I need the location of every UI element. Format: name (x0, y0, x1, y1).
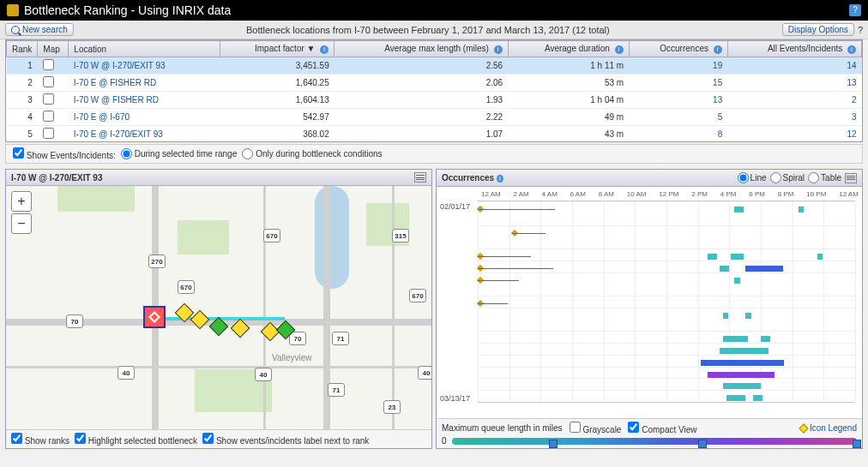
chart-row (478, 331, 855, 343)
x-tick: 12 PM (659, 190, 678, 198)
menu-icon[interactable] (845, 173, 857, 183)
col-impact[interactable]: Impact factor ▼ i (220, 41, 335, 57)
x-tick: 4 AM (542, 190, 558, 198)
occurrence-block[interactable] (753, 395, 763, 401)
table-row[interactable]: 3 I-70 W @ FISHER RD1,604.13 1.931 h 04 … (7, 92, 862, 109)
col-map[interactable]: Map (38, 41, 69, 57)
zoom-out-button[interactable]: − (11, 213, 32, 234)
col-avg-len[interactable]: Average max length (miles) i (335, 41, 508, 57)
view-table-radio[interactable]: Table (808, 172, 841, 183)
show-events-checkbox[interactable]: Show Events/Incidents: (13, 147, 116, 160)
chart-row (478, 225, 855, 237)
route-shield: 70 (66, 314, 83, 328)
event-line (512, 233, 546, 234)
chart-row (478, 308, 855, 320)
zoom-in-button[interactable]: + (11, 191, 32, 212)
show-labels-checkbox[interactable]: Show events/incidents label next to rank (202, 433, 369, 446)
x-tick: 12 AM (481, 190, 501, 198)
chart-row (478, 343, 855, 355)
col-occ[interactable]: Occurrences i (629, 41, 727, 57)
occurrence-block[interactable] (723, 383, 761, 389)
occurrence-block[interactable] (720, 266, 729, 272)
page-title: Bottleneck Ranking - Using INRIX data (24, 3, 231, 17)
occurrence-block[interactable] (726, 395, 745, 401)
occurrence-block[interactable] (723, 336, 748, 342)
x-tick: 8 AM (599, 190, 614, 198)
occurrence-block[interactable] (731, 254, 744, 260)
chart-row (478, 378, 855, 390)
occurrence-block[interactable] (708, 372, 775, 378)
table-row[interactable]: 4 I-70 E @ I-670542.97 2.2249 m 53 (7, 109, 862, 126)
table-row[interactable]: 1 I-70 W @ I-270/EXIT 933,451.59 2.561 h… (7, 57, 862, 75)
icon-legend-link[interactable]: Icon Legend (800, 423, 857, 433)
table-row[interactable]: 5 I-70 E @ I-270/EXIT 93368.02 1.0743 m … (7, 126, 862, 143)
occurrence-block[interactable] (761, 336, 770, 342)
color-scale[interactable]: 2 5 8 (452, 438, 857, 445)
map-checkbox[interactable] (43, 76, 54, 87)
grayscale-checkbox[interactable]: Grayscale (570, 422, 622, 434)
route-shield: 40 (418, 366, 431, 380)
map-checkbox[interactable] (43, 128, 54, 139)
occurrences-chart[interactable]: 12 AM2 AM4 AM6 AM8 AM10 AM12 PM2 PM4 PM6… (437, 187, 862, 418)
display-options-button[interactable]: Display Options (782, 23, 854, 36)
route-shield: 71 (332, 332, 349, 345)
chart-row (478, 272, 855, 284)
map-checkbox[interactable] (43, 59, 54, 70)
occurrence-block[interactable] (701, 360, 784, 366)
toolbar: New search Bottleneck locations from I-7… (0, 21, 868, 39)
chart-row (478, 390, 855, 402)
route-shield: 270 (148, 254, 166, 268)
occurrence-block[interactable] (723, 313, 728, 319)
show-ranks-checkbox[interactable]: Show ranks (11, 433, 69, 446)
map[interactable]: + − (6, 186, 431, 429)
chart-footer: Maximum queue length in miles Grayscale … (437, 418, 862, 448)
col-rank[interactable]: Rank (7, 41, 38, 57)
event-line (478, 209, 555, 210)
chart-row (478, 260, 855, 272)
col-location[interactable]: Location (69, 41, 220, 57)
info-icon[interactable]: ? (858, 25, 863, 35)
compact-checkbox[interactable]: Compact View (628, 422, 696, 434)
map-title: I-70 W @ I-270/EXIT 93 (11, 173, 102, 183)
occurrence-block[interactable] (734, 207, 744, 213)
new-search-button[interactable]: New search (5, 23, 74, 36)
col-avg-dur[interactable]: Average duration i (508, 41, 629, 57)
bottleneck-table[interactable]: Rank Map Location Impact factor ▼ i Aver… (5, 39, 863, 142)
occurrence-block[interactable] (734, 278, 740, 284)
occurrence-block[interactable] (708, 254, 717, 260)
col-events[interactable]: All Events/Incidents i (727, 41, 861, 57)
view-spiral-radio[interactable]: Spiral (770, 172, 805, 183)
map-checkbox[interactable] (43, 111, 54, 122)
x-tick: 2 AM (514, 190, 529, 198)
occurrence-block[interactable] (817, 254, 823, 260)
event-line (478, 268, 553, 269)
search-icon (11, 26, 20, 34)
route-shield: 670 (178, 280, 195, 294)
x-tick: 6 PM (749, 190, 765, 198)
radio-during-range[interactable]: During selected time range (121, 148, 238, 159)
occurrence-block[interactable] (799, 207, 804, 213)
radio-only-bottleneck[interactable]: Only during bottleneck conditions (242, 148, 382, 159)
route-shield: 70 (289, 332, 306, 345)
route-shield: 40 (255, 368, 272, 381)
occurrences-panel: Occurrences i Line Spiral Table 12 AM2 A… (436, 169, 863, 449)
occurrence-block[interactable] (720, 348, 769, 354)
x-tick: 6 AM (570, 190, 586, 198)
chart-row (478, 201, 855, 213)
route-shield: 40 (118, 366, 135, 380)
table-row[interactable]: 2 I-70 E @ FISHER RD1,640.25 2.0653 m 15… (7, 75, 862, 92)
menu-icon[interactable] (414, 172, 426, 183)
route-shield: 71 (328, 383, 345, 397)
max-queue-label: Maximum queue length in miles (442, 423, 563, 433)
occurrence-block[interactable] (745, 313, 751, 319)
view-line-radio[interactable]: Line (738, 172, 767, 183)
route-shield: 670 (409, 289, 426, 302)
title-bar: Bottleneck Ranking - Using INRIX data ? (0, 0, 868, 21)
help-icon[interactable]: ? (849, 4, 861, 16)
map-checkbox[interactable] (43, 93, 54, 105)
occurrence-block[interactable] (745, 266, 783, 272)
highlight-checkbox[interactable]: Highlight selected bottleneck (75, 433, 197, 446)
y-end-label: 03/13/17 (440, 394, 470, 403)
rank-marker-1[interactable] (143, 306, 166, 328)
scale-min: 0 (442, 436, 447, 446)
